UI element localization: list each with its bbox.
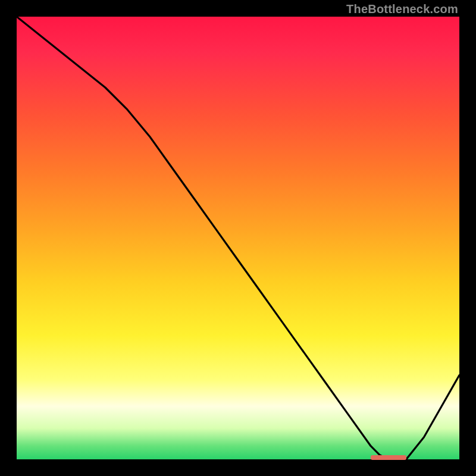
watermark-text: TheBottleneck.com: [346, 2, 458, 16]
chart-frame: TheBottleneck.com: [0, 0, 476, 476]
plot-area: [17, 17, 459, 459]
sweet-spot-marker: [371, 455, 406, 460]
bottleneck-curve: [17, 17, 459, 459]
